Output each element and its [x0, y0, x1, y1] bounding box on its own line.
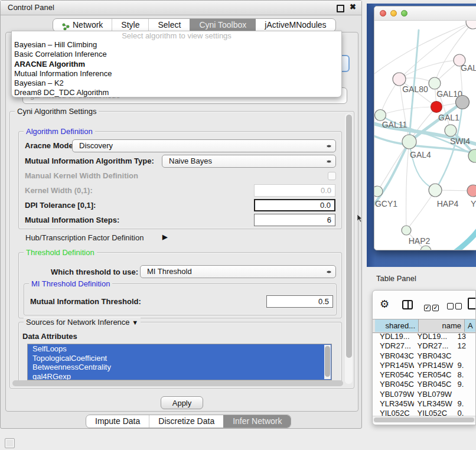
mi-type-label: Mutual Information Algorithm Type:	[25, 156, 154, 165]
split-columns-icon[interactable]	[402, 300, 413, 309]
tab-cyni-toolbox[interactable]: Cyni Toolbox	[190, 19, 255, 31]
node-label: SWI4	[450, 136, 470, 146]
network-node-y[interactable]	[467, 185, 476, 197]
settings-vertical-scrollbar[interactable]	[345, 113, 353, 384]
attribute-item-betweennesscentrality[interactable]: BetweennessCentrality	[28, 363, 331, 372]
apply-button[interactable]: Apply	[161, 396, 203, 409]
tab-label: Discretize Data	[158, 415, 214, 428]
collapsed-arrow-icon[interactable]: ▶	[162, 233, 167, 241]
node-label: GAL1	[438, 113, 459, 122]
attribute-item-gal4rgexp[interactable]: gal4RGexp	[28, 372, 331, 381]
table-cell: YDL19...	[373, 332, 414, 341]
network-node-hap4[interactable]	[429, 184, 442, 197]
close-button[interactable]	[380, 10, 386, 17]
table-row[interactable]: YPR145WYPR145W9.	[373, 361, 475, 370]
float-window-icon[interactable]	[337, 5, 344, 12]
table-cell: YBR043C	[414, 351, 455, 361]
table-row[interactable]: YBR043CYBR043C	[373, 351, 475, 361]
tab-impute-data[interactable]: Impute Data	[86, 415, 149, 428]
zoom-button[interactable]	[401, 10, 407, 17]
network-node-gal11[interactable]	[375, 110, 386, 121]
tab-discretize-data[interactable]: Discretize Data	[149, 415, 223, 428]
mi-threshold-field[interactable]: 0.5	[266, 295, 333, 308]
table-row[interactable]: YBR045CYBR045C9.	[373, 380, 475, 389]
table-cell: YLR345W	[373, 399, 414, 409]
expanded-arrow-icon[interactable]: ▼	[132, 319, 138, 326]
minimize-button[interactable]	[390, 10, 397, 17]
algorithm-option-bayesian-k2[interactable]: Bayesian – K2	[12, 79, 341, 88]
mi-type-combo[interactable]: Naive Bayes	[162, 155, 336, 168]
mi-steps-field[interactable]: 6	[254, 214, 335, 226]
algorithm-option-bayesian-hill-climbing[interactable]: Bayesian – Hill Climbing	[12, 40, 341, 50]
network-node[interactable]	[456, 96, 470, 109]
network-window-titlebar[interactable]	[374, 6, 476, 21]
attribute-item-topologicalcoefficient[interactable]: TopologicalCoefficient	[28, 354, 331, 363]
network-node-gal1[interactable]	[431, 102, 442, 113]
network-node-gcy1[interactable]	[374, 186, 383, 197]
algorithm-option-aracne-algorithm[interactable]: ARACNE Algorithm	[12, 60, 341, 69]
tab-label: Select	[158, 19, 181, 31]
network-graph-icon	[62, 21, 70, 29]
column-header-shared-[interactable]: shared...	[375, 319, 419, 332]
network-node-hap2[interactable]	[402, 226, 411, 235]
tab-jactivemnodules[interactable]: jActiveMNodules	[255, 19, 335, 31]
network-canvas[interactable]: GALGAL80GAL10GAL1GAL11SWI4GAL4GCY1HAP4YH…	[374, 6, 476, 250]
new-table-icon[interactable]	[468, 298, 476, 309]
network-edge	[448, 224, 476, 250]
dropdown-prompt: Select algorithm to view settings	[12, 31, 341, 40]
data-attributes-list[interactable]: SelfLoopsTopologicalCoefficientBetweenne…	[27, 344, 332, 380]
tab-style[interactable]: Style	[112, 19, 148, 31]
control-panel-titlebar: Control Panel ✖	[1, 1, 361, 15]
column-header-a[interactable]: A	[465, 319, 476, 332]
attribute-list-scrollbar[interactable]	[324, 345, 331, 379]
table-horizontal-scrollbar[interactable]	[373, 416, 475, 423]
algorithm-definition-title: Algorithm Definition	[24, 127, 95, 136]
control-panel-window: Control Panel ✖ NetworkStyleSelectCyni T…	[0, 0, 362, 429]
table-cell: YBR045C	[373, 380, 414, 389]
tab-infer-network[interactable]: Infer Network	[223, 415, 291, 428]
aracne-mode-label: Aracne Mode:	[25, 141, 76, 150]
mi-threshold-group: MI Threshold Definition Mutual Informati…	[24, 283, 337, 315]
tab-network[interactable]: Network	[53, 19, 112, 31]
table-cell: 13	[454, 332, 475, 341]
network-edge	[374, 22, 473, 77]
attribute-item-selfloops[interactable]: SelfLoops	[28, 344, 331, 354]
algorithm-option-mutual-information-inference[interactable]: Mutual Information Inference	[12, 69, 341, 79]
network-node-swi4[interactable]	[445, 125, 457, 136]
network-node[interactable]	[420, 246, 431, 250]
manual-kernel-checkbox[interactable]	[328, 172, 336, 180]
network-node-gal10[interactable]	[429, 77, 441, 89]
hub-definition-label[interactable]: Hub/Transcription Factor Definition	[25, 233, 144, 242]
algorithm-option-basic-correlation-inference[interactable]: Basic Correlation Inference	[12, 50, 341, 59]
gear-icon[interactable]: ⚙	[380, 298, 389, 310]
table-cell: YBL079W	[414, 390, 455, 399]
settings-horizontal-scrollbar[interactable]	[12, 380, 343, 387]
dock-panel-icon[interactable]	[5, 438, 15, 448]
tab-label: Impute Data	[95, 415, 140, 428]
kernel-width-field[interactable]: 0.0	[254, 184, 335, 197]
tab-label: Infer Network	[233, 415, 282, 428]
which-threshold-combo[interactable]: MI Threshold	[140, 265, 336, 278]
table-row[interactable]: YER054CYER054C8.	[373, 370, 475, 380]
algorithm-option-dream8-dc-tdc-algorithm[interactable]: Dream8 DC_TDC Algorithm	[12, 88, 341, 97]
table-header: shared...nameA	[373, 319, 475, 333]
table-cell: YBL079W	[373, 390, 414, 399]
table-cell: YPR145W	[414, 361, 455, 370]
table-cell	[454, 390, 475, 399]
network-node-gal4[interactable]	[402, 135, 416, 149]
aracne-mode-combo[interactable]: Discovery	[72, 139, 336, 152]
network-node-gal80[interactable]	[393, 73, 406, 86]
table-row[interactable]: YLR345WYLR345W9.	[373, 399, 475, 409]
select-all-icon[interactable]: ✓✓	[424, 301, 441, 312]
table-row[interactable]: YDR27...YDR27...12	[373, 341, 475, 351]
deselect-all-icon[interactable]	[447, 301, 464, 312]
tab-select[interactable]: Select	[148, 19, 190, 31]
table-row[interactable]: YIL052CYIL052C0.	[373, 409, 475, 416]
column-header-name[interactable]: name	[419, 319, 465, 332]
table-row[interactable]: YBL079WYBL079W	[373, 390, 475, 399]
node-label: HAP4	[437, 199, 459, 208]
table-row[interactable]: YDL19...YDL19...13	[373, 332, 475, 341]
dpi-tolerance-field[interactable]: 0.0	[254, 199, 335, 211]
app-background: Control Panel ✖ NetworkStyleSelectCyni T…	[0, 0, 476, 450]
close-icon[interactable]: ✖	[350, 2, 356, 11]
